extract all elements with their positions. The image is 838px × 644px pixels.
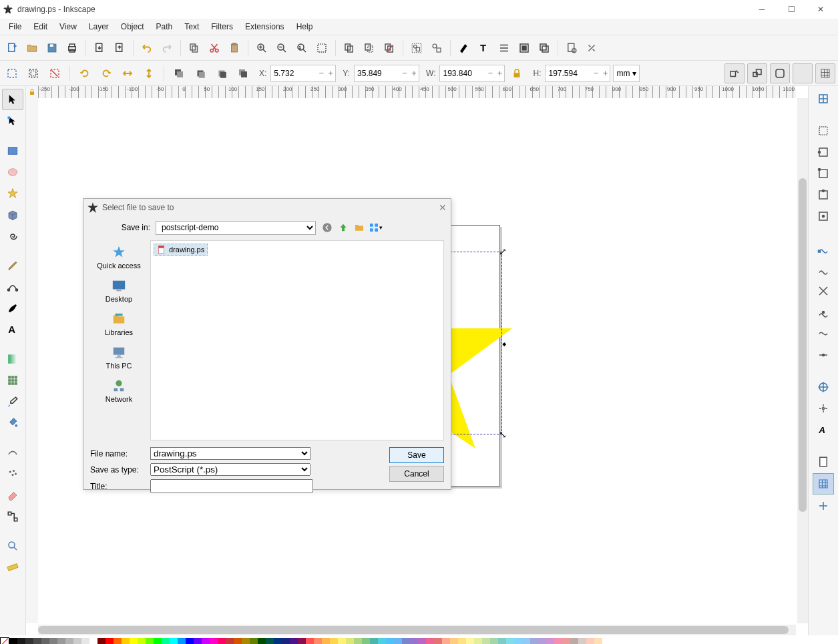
swatch[interactable] bbox=[57, 638, 65, 644]
swatch[interactable] bbox=[250, 638, 258, 644]
layers-button[interactable] bbox=[535, 39, 554, 57]
handle-e[interactable]: ⬥ bbox=[501, 340, 508, 346]
dialog-titlebar[interactable]: Select file to save to ✕ bbox=[83, 199, 451, 216]
swatch[interactable] bbox=[81, 638, 89, 644]
menu-help[interactable]: Help bbox=[290, 22, 319, 31]
lower-bottom-button[interactable] bbox=[234, 64, 252, 83]
swatch[interactable] bbox=[33, 638, 41, 644]
flip-v-button[interactable] bbox=[140, 64, 158, 83]
scrollbar-vertical[interactable] bbox=[797, 98, 808, 623]
snap-bbox-center[interactable] bbox=[813, 206, 833, 226]
snap-bbox-edge[interactable] bbox=[813, 142, 833, 162]
swatch[interactable] bbox=[218, 638, 226, 644]
file-item[interactable]: drawing.ps bbox=[154, 244, 208, 256]
scrollbar-horizontal[interactable] bbox=[38, 625, 796, 635]
place-this-pc[interactable]: This PC bbox=[106, 344, 132, 370]
swatch[interactable] bbox=[538, 638, 546, 644]
snap-bbox-corner[interactable] bbox=[813, 164, 833, 184]
w-input[interactable]: −+ bbox=[439, 65, 505, 82]
new-folder-button[interactable] bbox=[352, 220, 367, 235]
affect-move-button[interactable] bbox=[724, 63, 745, 83]
menu-layer[interactable]: Layer bbox=[83, 22, 115, 31]
snap-line-mid[interactable] bbox=[813, 345, 833, 365]
swatch[interactable] bbox=[226, 638, 234, 644]
swatch[interactable] bbox=[106, 638, 114, 644]
swatch[interactable] bbox=[298, 638, 306, 644]
h-input[interactable]: −+ bbox=[545, 65, 610, 82]
ruler-horizontal[interactable]: -250-200-150-100-50050100150200250300350… bbox=[38, 86, 796, 99]
spray-tool[interactable] bbox=[3, 464, 23, 484]
doc-props-button[interactable] bbox=[562, 39, 581, 57]
swatch[interactable] bbox=[73, 638, 81, 644]
swatch[interactable] bbox=[146, 638, 154, 644]
swatch[interactable] bbox=[170, 638, 178, 644]
menu-edit[interactable]: Edit bbox=[27, 22, 53, 31]
swatch[interactable] bbox=[97, 638, 106, 644]
affect-pattern-button[interactable] bbox=[815, 63, 835, 83]
snap-intersection[interactable] bbox=[813, 281, 833, 301]
bucket-tool[interactable] bbox=[3, 413, 23, 433]
swatch[interactable] bbox=[41, 638, 49, 644]
swatch[interactable] bbox=[362, 638, 370, 644]
swatch[interactable] bbox=[458, 638, 466, 644]
raise-top-button[interactable] bbox=[170, 64, 188, 83]
import-button[interactable] bbox=[90, 39, 109, 57]
calligraphy-tool[interactable] bbox=[3, 298, 23, 318]
swatch[interactable] bbox=[314, 638, 322, 644]
swatch[interactable] bbox=[114, 638, 122, 644]
swatch[interactable] bbox=[402, 638, 410, 644]
align-button[interactable] bbox=[515, 39, 534, 57]
menu-filters[interactable]: Filters bbox=[205, 22, 239, 31]
swatch[interactable] bbox=[242, 638, 250, 644]
menu-text[interactable]: Text bbox=[178, 22, 205, 31]
swatch[interactable] bbox=[418, 638, 426, 644]
open-button[interactable] bbox=[23, 39, 41, 57]
swatch[interactable] bbox=[202, 638, 210, 644]
nav-back-button[interactable] bbox=[320, 220, 335, 235]
rotate-cw-button[interactable] bbox=[97, 64, 116, 83]
lock-aspect-button[interactable] bbox=[507, 64, 526, 83]
swatch[interactable] bbox=[122, 638, 130, 644]
swatch[interactable] bbox=[474, 638, 482, 644]
place-libraries[interactable]: Libraries bbox=[105, 311, 133, 336]
x-input[interactable]: −+ bbox=[270, 65, 336, 82]
swatch[interactable] bbox=[562, 638, 570, 644]
ruler-corner[interactable] bbox=[26, 86, 39, 99]
ellipse-tool[interactable] bbox=[3, 162, 23, 182]
save-button[interactable] bbox=[43, 39, 61, 57]
swatch-none[interactable] bbox=[0, 637, 9, 644]
handle-ne[interactable]: ⤢ bbox=[499, 248, 505, 255]
copy-button[interactable] bbox=[185, 39, 204, 57]
swatch[interactable] bbox=[466, 638, 474, 644]
swatch[interactable] bbox=[426, 638, 434, 644]
menu-extensions[interactable]: Extensions bbox=[239, 22, 290, 31]
unlink-clone-button[interactable] bbox=[380, 39, 399, 57]
swatch[interactable] bbox=[49, 638, 57, 644]
bezier-tool[interactable] bbox=[3, 277, 23, 297]
affect-scale-button[interactable] bbox=[747, 63, 767, 83]
swatch[interactable] bbox=[25, 638, 33, 644]
tweak-tool[interactable] bbox=[3, 442, 23, 462]
swatch[interactable] bbox=[434, 638, 442, 644]
menu-view[interactable]: View bbox=[53, 22, 83, 31]
swatch[interactable] bbox=[266, 638, 274, 644]
swatch[interactable] bbox=[386, 638, 394, 644]
zoom-fit-button[interactable]: 1 bbox=[292, 39, 311, 57]
swatch[interactable] bbox=[554, 638, 562, 644]
menu-path[interactable]: Path bbox=[150, 22, 179, 31]
swatch[interactable] bbox=[322, 638, 330, 644]
snap-text[interactable]: A bbox=[813, 420, 833, 440]
swatch[interactable] bbox=[586, 638, 594, 644]
menu-file[interactable]: File bbox=[3, 22, 27, 31]
gradient-tool[interactable] bbox=[3, 349, 23, 369]
save-as-type-select[interactable]: PostScript (*.ps) bbox=[150, 463, 310, 476]
select-all-layers-button[interactable] bbox=[24, 64, 43, 83]
swatch[interactable] bbox=[514, 638, 522, 644]
swatch[interactable] bbox=[274, 638, 282, 644]
swatch[interactable] bbox=[530, 638, 538, 644]
swatch[interactable] bbox=[482, 638, 490, 644]
swatch[interactable] bbox=[130, 638, 138, 644]
swatch[interactable] bbox=[258, 638, 266, 644]
canvas-area[interactable]: -250-200-150-100-50050100150200250300350… bbox=[26, 86, 808, 635]
snap-center[interactable] bbox=[813, 377, 833, 397]
